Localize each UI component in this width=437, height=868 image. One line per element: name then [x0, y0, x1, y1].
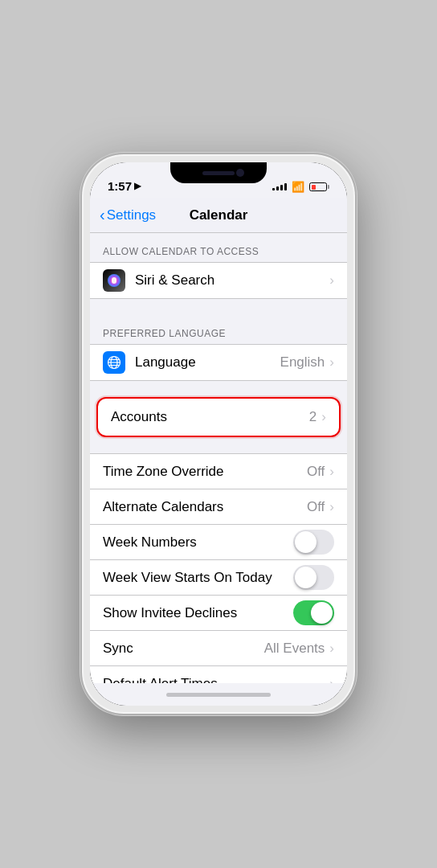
accounts-value: 2	[309, 409, 317, 425]
language-chevron-icon: ›	[329, 354, 334, 371]
battery-icon	[309, 182, 329, 191]
home-indicator	[90, 683, 347, 706]
screen: 1:57 ▶ 📶	[90, 162, 347, 706]
language-icon	[103, 351, 125, 374]
siri-search-chevron-icon: ›	[329, 272, 334, 289]
alternate-calendars-item[interactable]: Alternate Calendars Off ›	[90, 489, 347, 525]
content-scroll[interactable]: ALLOW CALENDAR TO ACCESS	[90, 233, 347, 683]
timezone-value: Off	[307, 464, 325, 480]
accounts-group: Accounts 2 ›	[96, 397, 341, 437]
language-item[interactable]: Language English ›	[90, 345, 347, 380]
week-numbers-item[interactable]: Week Numbers	[90, 525, 347, 560]
week-view-label: Week View Starts On Today	[103, 570, 293, 586]
home-bar	[166, 693, 271, 697]
alternate-label: Alternate Calendars	[103, 499, 307, 515]
week-view-starts-item[interactable]: Week View Starts On Today	[90, 560, 347, 596]
sync-label: Sync	[103, 641, 264, 657]
time-label: 1:57	[108, 179, 132, 193]
week-numbers-label: Week Numbers	[103, 534, 293, 551]
section-header-allow-access: ALLOW CALENDAR TO ACCESS	[90, 233, 347, 262]
signal-icon	[272, 183, 287, 190]
svg-rect-1	[112, 277, 116, 284]
nav-bar: ‹ Settings Calendar	[90, 198, 347, 233]
siri-search-label: Siri & Search	[135, 272, 329, 289]
camera	[236, 169, 244, 177]
wifi-icon: 📶	[292, 181, 304, 193]
phone-frame: 1:57 ▶ 📶	[80, 153, 357, 715]
calendar-settings-group: Time Zone Override Off › Alternate Calen…	[90, 453, 347, 683]
week-numbers-toggle[interactable]	[293, 530, 334, 555]
language-group: Language English ›	[90, 344, 347, 381]
back-label: Settings	[107, 207, 156, 223]
timezone-chevron-icon: ›	[329, 464, 334, 480]
status-icons: 📶	[272, 181, 329, 193]
show-invitee-toggle-thumb	[311, 602, 333, 624]
sync-value: All Events	[264, 641, 325, 657]
accounts-item[interactable]: Accounts 2 ›	[98, 399, 339, 436]
default-alert-chevron-icon: ›	[329, 676, 334, 684]
language-label: Language	[135, 354, 280, 371]
week-numbers-toggle-thumb	[295, 531, 317, 553]
back-button[interactable]: ‹ Settings	[100, 206, 156, 224]
alternate-value: Off	[307, 499, 325, 515]
back-chevron-icon: ‹	[100, 206, 105, 224]
accounts-chevron-icon: ›	[321, 409, 326, 425]
alternate-chevron-icon: ›	[329, 499, 334, 515]
status-time: 1:57 ▶	[108, 179, 141, 193]
sync-item[interactable]: Sync All Events ›	[90, 631, 347, 666]
week-view-toggle-thumb	[295, 567, 317, 588]
notch	[170, 162, 267, 183]
sync-chevron-icon: ›	[329, 641, 334, 657]
default-alert-item[interactable]: Default Alert Times ›	[90, 666, 347, 683]
show-invitee-label: Show Invitee Declines	[103, 605, 293, 621]
siri-search-item[interactable]: Siri & Search ›	[90, 263, 347, 298]
allow-access-group: Siri & Search ›	[90, 262, 347, 299]
page-title: Calendar	[190, 207, 248, 223]
speaker	[202, 171, 235, 175]
timezone-override-item[interactable]: Time Zone Override Off ›	[90, 454, 347, 489]
section-header-language: PREFERRED LANGUAGE	[90, 315, 347, 344]
default-alert-label: Default Alert Times	[103, 676, 329, 684]
location-icon: ▶	[134, 181, 141, 191]
week-view-toggle[interactable]	[293, 565, 334, 590]
siri-icon	[103, 269, 125, 292]
show-invitee-item[interactable]: Show Invitee Declines	[90, 596, 347, 631]
show-invitee-toggle[interactable]	[293, 600, 334, 625]
phone-inner: 1:57 ▶ 📶	[90, 162, 347, 706]
accounts-label: Accounts	[111, 409, 309, 425]
timezone-label: Time Zone Override	[103, 464, 307, 480]
language-value: English	[280, 354, 325, 371]
